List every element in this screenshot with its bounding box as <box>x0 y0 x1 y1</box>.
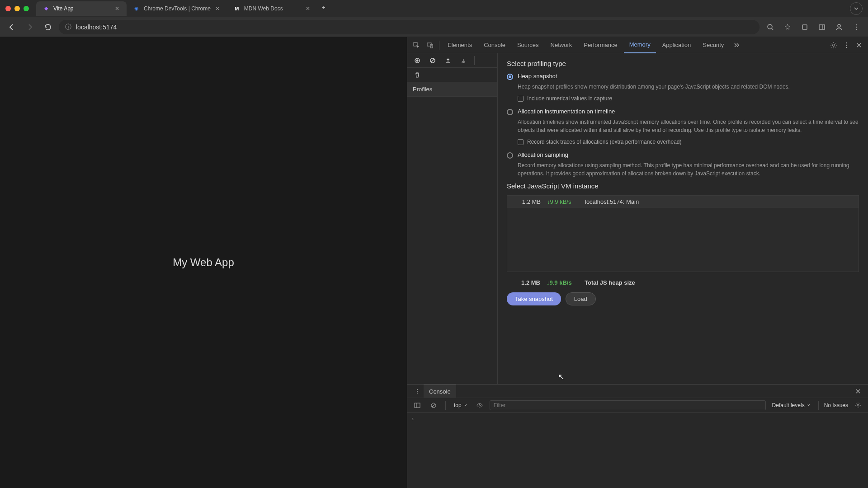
radio-label: Allocation instrumentation on timeline <box>518 108 615 115</box>
tab-network[interactable]: Network <box>545 37 578 53</box>
tab-security[interactable]: Security <box>697 37 729 53</box>
svg-point-24 <box>479 404 480 406</box>
clear-button[interactable] <box>426 54 439 67</box>
devtools-close-button[interactable] <box>853 39 865 52</box>
vm-instance-row[interactable]: 1.2 MB ↓9.9 kB/s localhost:5174: Main <box>507 196 859 208</box>
record-button[interactable] <box>411 54 424 67</box>
profiling-option-timeline[interactable]: Allocation instrumentation on timeline <box>507 108 859 115</box>
load-button[interactable]: Load <box>566 292 596 305</box>
devtools-settings-button[interactable] <box>827 39 840 52</box>
heap-desc: Heap snapshot profiles show memory distr… <box>518 83 859 91</box>
extensions-button[interactable] <box>797 20 812 34</box>
site-info-icon[interactable]: ⓘ <box>65 23 71 31</box>
vm-size: 1.2 MB <box>514 198 541 205</box>
new-tab-button[interactable]: + <box>317 1 330 14</box>
record-icon <box>414 57 420 64</box>
radio-timeline[interactable] <box>507 109 513 115</box>
toolbar-buttons <box>763 20 863 34</box>
svg-point-6 <box>856 26 857 27</box>
separator <box>474 56 475 65</box>
log-levels-selector[interactable]: Default levels <box>769 402 813 408</box>
gc-button[interactable] <box>411 69 424 81</box>
tab-memory[interactable]: Memory <box>624 37 656 53</box>
browser-tab-devtools[interactable]: ◉ Chrome DevTools | Chrome ✕ <box>127 1 227 16</box>
dots-vertical-icon <box>853 23 860 31</box>
clear-console-button[interactable] <box>427 399 440 412</box>
titlebar: ◆ Vite App ✕ ◉ Chrome DevTools | Chrome … <box>0 0 868 17</box>
download-button[interactable] <box>457 54 470 67</box>
tab-title: MDN Web Docs <box>244 5 301 12</box>
side-panel-button[interactable] <box>815 20 829 34</box>
reload-button[interactable] <box>41 20 55 34</box>
console-toolbar: top Default levels No Issues <box>407 398 868 413</box>
svg-rect-1 <box>802 25 807 29</box>
drawer-close-button[interactable] <box>852 385 864 398</box>
dots-vertical-icon <box>415 389 420 394</box>
url-field[interactable]: ⓘ localhost:5174 <box>59 20 760 34</box>
profiling-option-sampling[interactable]: Allocation sampling <box>507 151 859 159</box>
console-filter-input[interactable] <box>490 400 766 410</box>
browser-tab-mdn[interactable]: M MDN Web Docs ✕ <box>227 1 317 16</box>
close-window-button[interactable] <box>5 6 11 11</box>
search-button[interactable] <box>763 20 778 34</box>
console-body[interactable]: › <box>407 413 868 488</box>
inspect-element-button[interactable] <box>410 39 423 52</box>
checkbox-stacktrace[interactable] <box>518 139 524 145</box>
separator <box>818 401 819 410</box>
devtools-tabs: Elements Console Sources Network Perform… <box>407 37 868 53</box>
heap-checkbox-row[interactable]: Include numerical values in capture <box>518 95 859 102</box>
maximize-window-button[interactable] <box>24 6 29 11</box>
panel-left-icon <box>414 402 420 408</box>
svg-point-13 <box>846 44 847 45</box>
profiles-header[interactable]: Profiles <box>407 82 497 97</box>
vm-total-size: 1.2 MB <box>513 279 540 286</box>
levels-label: Default levels <box>772 402 805 408</box>
checkbox-numerical[interactable] <box>518 96 524 102</box>
live-expression-button[interactable] <box>473 399 486 412</box>
more-tabs-button[interactable] <box>730 39 743 52</box>
take-snapshot-button[interactable]: Take snapshot <box>507 292 561 305</box>
context-selector[interactable]: top <box>451 402 470 408</box>
profiling-option-heap[interactable]: Heap snapshot <box>507 73 859 80</box>
more-button[interactable] <box>849 20 863 34</box>
separator <box>445 401 446 410</box>
vm-name: localhost:5174: Main <box>585 198 639 205</box>
devtools-body: Profiles Select profiling type Heap snap… <box>407 53 868 384</box>
clear-icon <box>430 402 437 408</box>
console-sidebar-toggle[interactable] <box>411 399 424 412</box>
back-button[interactable] <box>5 20 19 34</box>
tab-application[interactable]: Application <box>657 37 697 53</box>
profile-button[interactable] <box>832 20 846 34</box>
bookmark-button[interactable] <box>780 20 795 34</box>
radio-sampling[interactable] <box>507 152 513 159</box>
console-settings-button[interactable] <box>852 399 864 412</box>
arrow-right-icon <box>26 23 34 31</box>
tab-console[interactable]: Console <box>478 37 511 53</box>
close-tab-icon[interactable]: ✕ <box>114 5 120 12</box>
user-icon <box>835 23 843 31</box>
checkbox-label: Record stack traces of allocations (extr… <box>527 139 682 145</box>
svg-point-19 <box>417 391 418 392</box>
chrome-menu-button[interactable] <box>850 2 863 15</box>
memory-content: Select profiling type Heap snapshot Heap… <box>498 53 868 384</box>
minimize-window-button[interactable] <box>14 6 20 11</box>
tab-elements[interactable]: Elements <box>442 37 477 53</box>
drawer-menu-button[interactable] <box>411 385 424 398</box>
browser-tabs: ◆ Vite App ✕ ◉ Chrome DevTools | Chrome … <box>36 1 850 16</box>
browser-tab-vite[interactable]: ◆ Vite App ✕ <box>36 1 127 16</box>
close-tab-icon[interactable]: ✕ <box>214 5 221 12</box>
tab-sources[interactable]: Sources <box>512 37 544 53</box>
radio-heap[interactable] <box>507 74 513 80</box>
timeline-checkbox-row[interactable]: Record stack traces of allocations (extr… <box>518 139 859 145</box>
chrome-favicon-icon: ◉ <box>133 5 140 12</box>
forward-button[interactable] <box>23 20 37 34</box>
issues-label[interactable]: No Issues <box>824 402 848 408</box>
devtools-menu-button[interactable] <box>840 39 853 52</box>
arrow-left-icon <box>8 23 16 31</box>
chevron-down-icon <box>463 404 467 407</box>
upload-button[interactable] <box>442 54 454 67</box>
drawer-tab-console[interactable]: Console <box>424 385 456 398</box>
device-toolbar-button[interactable] <box>424 39 436 52</box>
close-tab-icon[interactable]: ✕ <box>305 5 311 12</box>
tab-performance[interactable]: Performance <box>578 37 623 53</box>
